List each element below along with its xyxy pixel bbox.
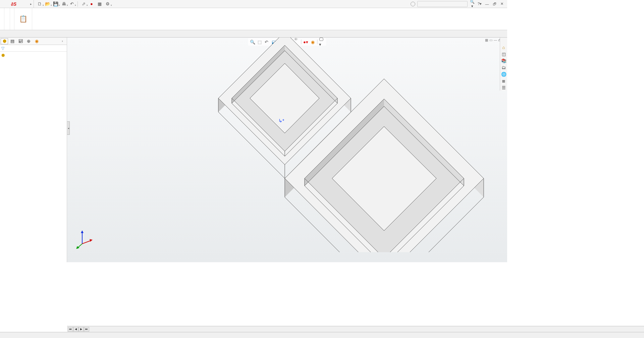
filter-icon[interactable]: ▽	[1, 46, 4, 51]
search-button[interactable]: 🔍▾	[470, 0, 475, 8]
tree-filter-bar: ▽	[0, 45, 67, 52]
minimize-button[interactable]: —	[484, 2, 490, 6]
tree-tabs-more[interactable]: ›	[59, 38, 66, 44]
svg-marker-41	[90, 239, 93, 242]
property-tab[interactable]: ▤	[9, 38, 16, 44]
tree-tabs: ⬢ ▤ 🗟 ⊕ ◉ ›	[0, 38, 67, 45]
qat-select[interactable]: ⬀▾	[81, 2, 86, 6]
qat-options[interactable]: ▦	[97, 2, 102, 6]
command-manager-tabs	[0, 30, 507, 38]
tree-root[interactable]: ⬢	[0, 52, 67, 58]
qat-settings[interactable]: ⚙▾	[105, 2, 110, 6]
part-icon: ⬢	[1, 53, 6, 58]
feature-tree-panel: ⬢ ▤ 🗟 ⊕ ◉ › ▽ ⬢	[0, 38, 67, 262]
restore-button[interactable]: 🗗	[492, 2, 497, 6]
model-3d	[127, 38, 507, 252]
qat-print[interactable]: 🖶▾	[61, 2, 66, 6]
origin-marker-icon: ↳*	[278, 118, 284, 123]
svg-marker-39	[81, 230, 84, 233]
app-logo: ∂S	[0, 1, 28, 7]
view-palette-icon[interactable]: 🌐	[501, 71, 507, 77]
help-dropdown[interactable]: ?▾	[477, 2, 482, 6]
design-library-icon[interactable]: 📚	[501, 58, 507, 64]
ribbon: 📋	[0, 8, 507, 30]
help-search-input[interactable]	[417, 1, 468, 7]
file-explorer-icon[interactable]: 🗂	[501, 64, 507, 70]
config-tab[interactable]: 🗟	[17, 38, 24, 44]
task-pane: ⌂ ◫ 📚 🗂 🌐 ≣ ☰	[500, 38, 507, 91]
svg-line-40	[82, 240, 91, 244]
main-menu-dropdown[interactable]: ▸	[28, 2, 34, 6]
resources-icon[interactable]: ◫	[501, 51, 507, 57]
qat-save[interactable]: 💾▾	[53, 2, 58, 6]
qat-new[interactable]: 🗋▾	[37, 2, 42, 6]
custom-props-icon[interactable]: ☰	[501, 84, 507, 91]
titlebar-right: 🔍▾ ?▾ — 🗗 ✕	[411, 0, 507, 8]
feature-tree-tab[interactable]: ⬢	[1, 38, 8, 44]
ds-logo-icon: ∂S	[11, 1, 16, 7]
view-triad[interactable]	[74, 229, 94, 249]
quick-access-toolbar: 🗋▾ 📂▾ 💾▾ 🖶▾ ↶▾ ⬀▾ ● ▦ ⚙▾	[34, 0, 113, 8]
main-area: ⬢ ▤ 🗟 ⊕ ◉ › ▽ ⬢ 🔍 ⬚ ↶ ⬓ ⬢▾ ◫▾ 👁▾	[0, 38, 507, 262]
qat-rebuild[interactable]: ●	[89, 2, 94, 6]
close-button[interactable]: ✕	[499, 2, 504, 6]
qat-undo[interactable]: ↶▾	[69, 2, 74, 6]
separator	[77, 1, 78, 7]
dimxpert-tab[interactable]: ⊕	[25, 38, 32, 44]
activate-check[interactable]: 📋	[16, 14, 30, 24]
graphics-viewport[interactable]: 🔍 ⬚ ↶ ⬓ ⬢▾ ◫▾ 👁▾ ●▾ ◉ 🖵▾ ▦ ▭ — 🗗 ✕	[67, 38, 507, 262]
feature-tree: ⬢	[0, 52, 67, 262]
collapse-tree-handle[interactable]: ◂	[67, 121, 70, 135]
check-doc-icon: 📋	[19, 15, 27, 23]
title-bar: ∂S ▸ 🗋▾ 📂▾ 💾▾ 🖶▾ ↶▾ ⬀▾ ● ▦ ⚙▾ 🔍▾ ?▾ — 🗗 …	[0, 0, 507, 8]
appearances-icon[interactable]: ≣	[501, 78, 507, 84]
display-tab[interactable]: ◉	[33, 38, 40, 44]
home-icon[interactable]: ⌂	[501, 44, 507, 50]
help-icon[interactable]	[411, 2, 415, 6]
qat-open[interactable]: 📂▾	[45, 2, 50, 6]
